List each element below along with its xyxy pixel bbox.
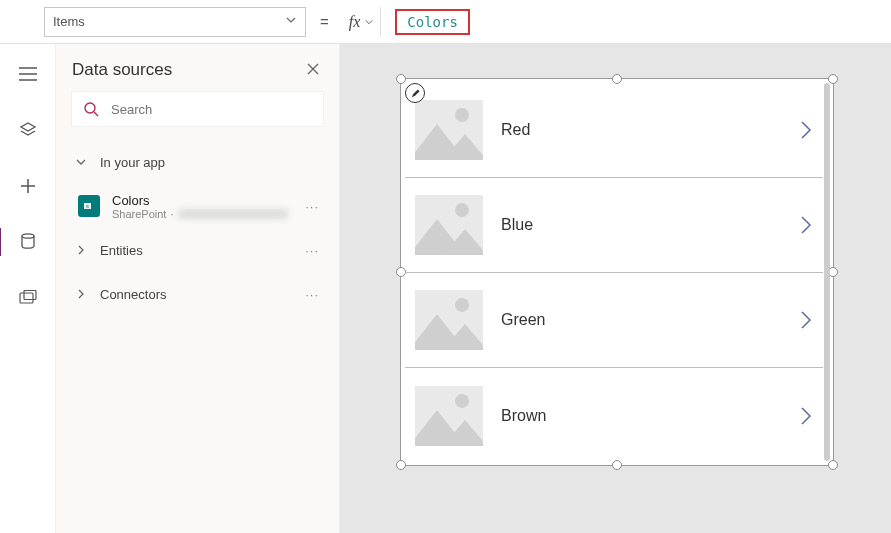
item-title: Green <box>501 311 781 329</box>
rail-insert[interactable] <box>12 114 44 146</box>
gallery-scrollbar[interactable] <box>824 83 830 461</box>
item-title: Red <box>501 121 781 139</box>
more-button[interactable]: ··· <box>301 243 323 258</box>
data-sources-panel: Data sources In your app s <box>56 44 340 533</box>
svg-rect-2 <box>24 291 36 300</box>
image-placeholder-icon <box>415 100 483 160</box>
formula-bar: Items = fx Colors <box>0 0 891 44</box>
gallery-items: Red Blue Green Brown <box>405 83 823 461</box>
fx-icon: fx <box>349 13 361 31</box>
gallery-item[interactable]: Red <box>405 83 823 178</box>
plus-icon <box>20 178 36 194</box>
search-input[interactable] <box>109 101 312 118</box>
section-entities[interactable]: Entities ··· <box>56 228 339 272</box>
gallery-item[interactable]: Green <box>405 273 823 368</box>
selection-handle[interactable] <box>828 74 838 84</box>
chevron-right-icon[interactable] <box>799 214 813 236</box>
chevron-down-icon <box>364 17 374 27</box>
equals-label: = <box>316 13 333 30</box>
left-rail <box>0 44 56 533</box>
chevron-right-icon[interactable] <box>799 309 813 331</box>
svg-point-0 <box>22 234 34 238</box>
image-placeholder-icon <box>415 195 483 255</box>
selection-handle[interactable] <box>828 460 838 470</box>
chevron-right-icon <box>72 288 90 300</box>
selection-handle[interactable] <box>396 460 406 470</box>
rail-tree-view[interactable] <box>12 58 44 90</box>
close-icon <box>307 63 319 75</box>
image-placeholder-icon <box>415 386 483 446</box>
panel-title: Data sources <box>72 60 172 80</box>
item-title: Blue <box>501 216 781 234</box>
datasource-account-redacted <box>178 209 288 219</box>
section-label: In your app <box>100 155 323 170</box>
chevron-right-icon[interactable] <box>799 405 813 427</box>
canvas[interactable]: Red Blue Green Brown <box>340 44 891 533</box>
rail-add[interactable] <box>12 170 44 202</box>
gallery-item[interactable]: Brown <box>405 368 823 461</box>
database-icon <box>20 233 36 251</box>
sharepoint-icon: s <box>78 195 100 217</box>
svg-rect-1 <box>20 293 33 303</box>
edit-template-button[interactable] <box>405 83 425 103</box>
section-label: Connectors <box>100 287 291 302</box>
section-connectors[interactable]: Connectors ··· <box>56 272 339 316</box>
formula-text: Colors <box>395 9 470 35</box>
property-selector-value: Items <box>53 14 85 29</box>
gallery-item[interactable]: Blue <box>405 178 823 273</box>
rail-data[interactable] <box>12 226 44 258</box>
datasource-name: Colors <box>112 193 291 208</box>
section-in-your-app[interactable]: In your app <box>56 140 339 184</box>
layers-icon <box>19 121 37 139</box>
pencil-icon <box>410 88 421 99</box>
image-placeholder-icon <box>415 290 483 350</box>
datasource-provider: SharePoint <box>112 208 166 220</box>
rail-media[interactable] <box>12 282 44 314</box>
formula-input[interactable]: Colors <box>391 7 883 37</box>
media-icon <box>19 290 37 306</box>
chevron-right-icon[interactable] <box>799 119 813 141</box>
chevron-down-icon <box>285 14 297 29</box>
property-selector[interactable]: Items <box>44 7 306 37</box>
hamburger-icon <box>19 67 37 81</box>
chevron-right-icon <box>72 244 90 256</box>
section-label: Entities <box>100 243 291 258</box>
selection-handle[interactable] <box>612 460 622 470</box>
more-button[interactable]: ··· <box>301 287 323 302</box>
item-title: Brown <box>501 407 781 425</box>
fx-button[interactable]: fx <box>343 7 382 37</box>
search-box[interactable] <box>72 92 323 126</box>
svg-text:s: s <box>86 203 89 209</box>
search-icon <box>83 101 99 117</box>
svg-point-3 <box>85 103 95 113</box>
more-button[interactable]: ··· <box>301 199 323 214</box>
close-panel-button[interactable] <box>303 58 323 82</box>
datasource-item-colors[interactable]: s Colors SharePoint · ··· <box>56 184 339 228</box>
chevron-down-icon <box>72 156 90 168</box>
gallery-control[interactable]: Red Blue Green Brown <box>400 78 834 466</box>
